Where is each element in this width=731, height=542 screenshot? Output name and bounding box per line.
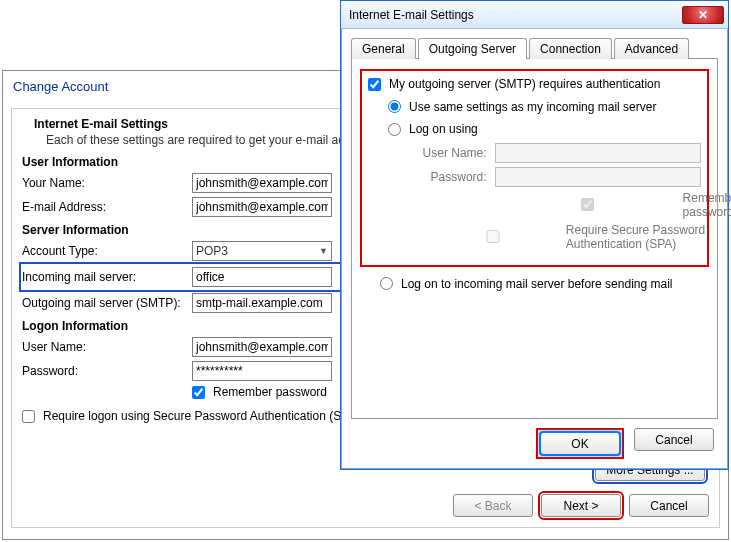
logon-incoming-radio-btn[interactable] [380,277,393,290]
label-account-type: Account Type: [22,244,192,258]
logon-incoming-radio[interactable]: Log on to incoming mail server before se… [380,277,672,291]
dlg-remember-label: Remember password [683,191,731,219]
spa-checkbox[interactable]: Require logon using Secure Password Auth… [22,409,360,423]
dialog-titlebar[interactable]: Internet E-mail Settings ✕ [341,1,728,29]
label-incoming: Incoming mail server: [22,270,192,284]
dlg-cancel-button[interactable]: Cancel [634,428,714,451]
dlg-password-label: Password: [408,170,487,184]
label-outgoing: Outgoing mail server (SMTP): [22,296,192,310]
account-type-value: POP3 [196,244,228,258]
label-email: E-mail Address: [22,200,192,214]
tabs: General Outgoing Server Connection Advan… [351,37,718,59]
log-on-using-label: Log on using [409,122,478,136]
spa-checkbox-box[interactable] [22,410,35,423]
log-on-using-radio[interactable]: Log on using [388,122,478,136]
requires-auth-label: My outgoing server (SMTP) requires authe… [389,77,660,91]
back-button[interactable]: < Back [453,494,533,517]
username-input[interactable] [192,337,332,357]
your-name-input[interactable] [192,173,332,193]
remember-label: Remember password [213,385,327,399]
remember-password-checkbox[interactable]: Remember password [192,385,327,399]
same-settings-radio-btn[interactable] [388,100,401,113]
outgoing-server-input[interactable] [192,293,332,313]
dlg-remember-checkbox: Remember password [500,191,731,219]
dlg-spa-checkbox: Require Secure Password Authentication (… [428,223,722,251]
next-button[interactable]: Next > [541,494,621,517]
ok-button[interactable]: OK [540,432,620,455]
tab-general[interactable]: General [351,38,416,59]
requires-auth-checkbox[interactable]: My outgoing server (SMTP) requires authe… [368,77,660,91]
dlg-username-input [495,143,701,163]
tab-outgoing-server[interactable]: Outgoing Server [418,38,527,59]
spa-label: Require logon using Secure Password Auth… [43,409,360,423]
same-settings-label: Use same settings as my incoming mail se… [409,100,656,114]
label-password: Password: [22,364,192,378]
internet-email-settings-dialog: Internet E-mail Settings ✕ General Outgo… [340,0,729,470]
dlg-password-input [495,167,701,187]
label-your-name: Your Name: [22,176,192,190]
password-input[interactable] [192,361,332,381]
dlg-remember-box [500,198,675,211]
close-icon[interactable]: ✕ [682,6,724,24]
requires-auth-box[interactable] [368,78,381,91]
tab-advanced[interactable]: Advanced [614,38,689,59]
dlg-spa-box [428,230,558,243]
dlg-username-label: User Name: [408,146,487,160]
cancel-button[interactable]: Cancel [629,494,709,517]
email-input[interactable] [192,197,332,217]
label-username: User Name: [22,340,192,354]
tab-pane: My outgoing server (SMTP) requires authe… [351,59,718,419]
incoming-server-input[interactable] [192,267,332,287]
logon-incoming-label: Log on to incoming mail server before se… [401,277,672,291]
account-type-select[interactable]: POP3 ▼ [192,241,332,261]
dialog-title: Internet E-mail Settings [349,8,682,22]
chevron-down-icon: ▼ [319,246,328,256]
same-settings-radio[interactable]: Use same settings as my incoming mail se… [388,100,656,114]
log-on-using-radio-btn[interactable] [388,123,401,136]
tab-connection[interactable]: Connection [529,38,612,59]
remember-checkbox-box[interactable] [192,386,205,399]
dlg-spa-label: Require Secure Password Authentication (… [566,223,722,251]
